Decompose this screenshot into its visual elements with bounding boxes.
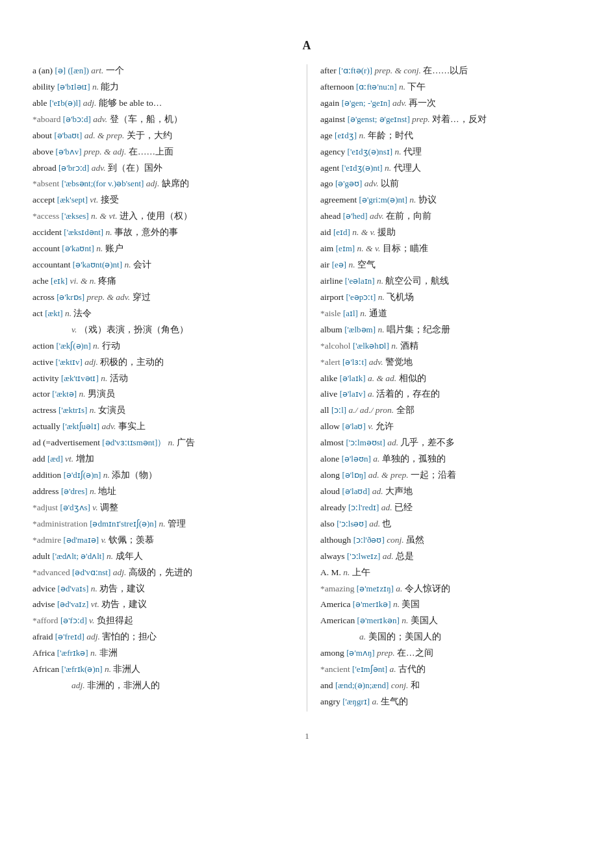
pos: adv. bbox=[93, 114, 107, 124]
pos: v. bbox=[71, 325, 77, 334]
definition: 在前，向前 bbox=[386, 211, 431, 221]
headword: above bbox=[32, 147, 53, 156]
pronunciation: ['æŋgrɪ] bbox=[342, 697, 370, 706]
pos: n. bbox=[79, 389, 86, 399]
headword: advise bbox=[32, 599, 55, 609]
pos: n. bbox=[101, 373, 107, 383]
headword: always bbox=[320, 551, 345, 561]
pronunciation: [əd'vaɪs] bbox=[58, 584, 89, 593]
pos: n. bbox=[394, 147, 401, 156]
list-item: Africa ['æfrɪkə] n. 非洲 bbox=[32, 647, 294, 660]
pronunciation: [əd'maɪə] bbox=[64, 535, 99, 545]
definition: 事实上 bbox=[118, 421, 146, 431]
list-item: alone [ə'ləʊn] a. 单独的，孤独的 bbox=[320, 453, 582, 466]
pos: adv. bbox=[370, 211, 384, 221]
definition: 非洲 bbox=[99, 648, 118, 658]
definition: 允许 bbox=[376, 421, 394, 431]
headword: action bbox=[32, 341, 54, 351]
headword: addition bbox=[32, 470, 61, 480]
page-title: A bbox=[26, 39, 588, 53]
list-item: again [ə'gen; -'geɪn] adv. 再一次 bbox=[320, 97, 582, 110]
pos: n. & v. bbox=[357, 243, 381, 253]
headword: ache bbox=[32, 276, 49, 286]
definition: 唱片集；纪念册 bbox=[387, 325, 450, 334]
list-item: agent ['eɪdʒ(ə)nt] n. 代理人 bbox=[320, 162, 582, 175]
pos: n. bbox=[402, 615, 408, 625]
pos: adj. bbox=[71, 680, 85, 690]
pronunciation: ['ækses] bbox=[62, 211, 89, 221]
pronunciation: ['æfrɪkə] bbox=[57, 648, 88, 658]
pronunciation: [ɔːl] bbox=[331, 405, 346, 415]
pronunciation: [əd'vaɪz] bbox=[57, 599, 89, 609]
list-item: A. M. n. 上午 bbox=[320, 566, 582, 580]
definition: 活动 bbox=[110, 373, 128, 383]
pos: n. bbox=[168, 438, 175, 447]
headword: album bbox=[320, 325, 342, 334]
headword: *ancient bbox=[320, 664, 350, 674]
headword: *aisle bbox=[320, 308, 341, 318]
headword: A. M. bbox=[320, 567, 341, 577]
headword: alike bbox=[320, 373, 337, 383]
list-item: already [ɔːl'redɪ] ad. 已经 bbox=[320, 501, 582, 515]
pos: a. bbox=[373, 454, 379, 464]
definition: 在……上面 bbox=[129, 147, 173, 156]
definition: 能力 bbox=[101, 82, 119, 92]
list-item: aid [eɪd] n. & v. 援助 bbox=[320, 226, 582, 240]
list-item: active ['æktɪv] adj. 积极的，主动的 bbox=[32, 356, 294, 369]
headword: along bbox=[320, 470, 340, 480]
pos: n. bbox=[91, 584, 97, 593]
list-item: age [eɪdʒ] n. 年龄；时代 bbox=[320, 129, 582, 143]
definition: 美国人 bbox=[411, 615, 438, 625]
headword: agreement bbox=[320, 195, 357, 205]
pos: adj. bbox=[84, 357, 98, 367]
headword: active bbox=[32, 357, 53, 367]
pos: n. bbox=[92, 82, 99, 92]
list-item: actor ['æktə] n. 男演员 bbox=[32, 388, 294, 401]
pronunciation: [æk'tɪvətɪ] bbox=[61, 373, 99, 383]
definition: 美国 bbox=[402, 599, 420, 609]
pos: n. bbox=[409, 195, 416, 205]
definition: 事故，意外的事 bbox=[114, 227, 178, 237]
list-item: adult ['ædʌlt; ə'dʌlt] n. 成年人 bbox=[32, 550, 294, 564]
headword: advice bbox=[32, 584, 55, 593]
list-item: agreement [ə'griːm(ə)nt] n. 协议 bbox=[320, 193, 582, 207]
definition: 积极的，主动的 bbox=[100, 357, 164, 367]
list-item: *absent ['æbsənt;(for v.)əb'sent] adj. 缺… bbox=[32, 177, 294, 191]
definition: 关于，大约 bbox=[127, 130, 172, 140]
headword: a (an) bbox=[32, 66, 53, 75]
definition: 一个 bbox=[106, 66, 124, 75]
pronunciation: ['ælbəm] bbox=[344, 325, 376, 334]
pos: prep. & adj. bbox=[84, 147, 127, 156]
list-item: across [ə'krɒs] prep. & adv. 穿过 bbox=[32, 291, 294, 304]
definition: 管理 bbox=[168, 519, 186, 528]
definition: 一起；沿着 bbox=[411, 470, 456, 480]
pos: adj. bbox=[146, 179, 160, 188]
pronunciation: [əd'vɜːtɪsmənt]） bbox=[102, 438, 166, 447]
headword: air bbox=[320, 260, 329, 269]
list-item: ability [ə'bɪlətɪ] n. 能力 bbox=[32, 81, 294, 94]
definition: 会计 bbox=[133, 260, 151, 269]
pos: n. bbox=[377, 325, 384, 334]
headword: address bbox=[32, 486, 59, 496]
pronunciation: [eə] bbox=[332, 260, 346, 269]
pronunciation: [ə'freɪd] bbox=[55, 632, 84, 641]
pos: n. bbox=[106, 227, 112, 237]
definition: 相似的 bbox=[399, 373, 426, 383]
left-column: a (an) [ə] ([æn]) art. 一个ability [ə'bɪlə… bbox=[26, 64, 307, 712]
headword: age bbox=[320, 130, 333, 140]
list-item: a. 美国的；美国人的 bbox=[320, 630, 582, 644]
pos: n. bbox=[90, 486, 96, 496]
pos: conj. bbox=[387, 535, 404, 545]
pos: vt. bbox=[91, 599, 99, 609]
pos: ad. & prep. bbox=[84, 130, 125, 140]
pos: vi. & n. bbox=[70, 276, 96, 286]
headword: aid bbox=[320, 227, 331, 237]
definition: 虽然 bbox=[406, 535, 424, 545]
list-item: American [ə'merɪkən] n. 美国人 bbox=[320, 614, 582, 628]
headword: *admire bbox=[32, 535, 61, 545]
headword: although bbox=[320, 535, 351, 545]
pos: adj. bbox=[83, 98, 97, 108]
pronunciation: [ə'bɔːd] bbox=[63, 114, 91, 124]
pronunciation: ['eəlaɪn] bbox=[345, 276, 375, 286]
headword: *amazing bbox=[320, 584, 354, 593]
